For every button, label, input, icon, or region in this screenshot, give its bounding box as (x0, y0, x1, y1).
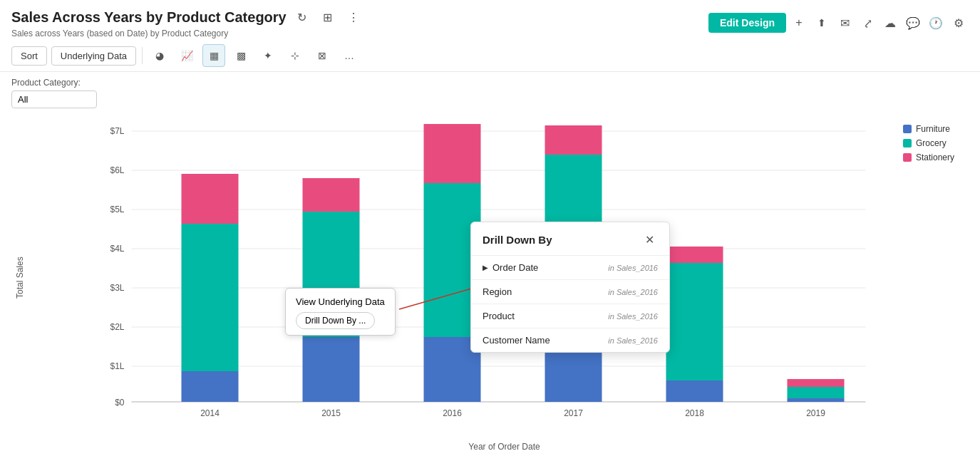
svg-text:2018: 2018 (685, 408, 704, 418)
drill-item-customer-source: in Sales_2016 (608, 336, 658, 345)
svg-text:2016: 2016 (443, 408, 462, 418)
svg-text:$0: $0 (115, 398, 125, 408)
legend-item-furniture: Furniture (903, 124, 954, 134)
comment-button[interactable]: 💬 (903, 13, 923, 33)
bar-chart-button[interactable]: ▦ (202, 44, 225, 67)
cloud-button[interactable]: ☁ (880, 13, 900, 33)
bar-icon: ▦ (210, 50, 219, 61)
pivot-button[interactable]: ⊠ (311, 44, 334, 67)
drill-panel-header: Drill Down By ✕ (471, 222, 669, 256)
svg-text:2019: 2019 (806, 408, 825, 418)
header: Sales Across Years by Product Category ↻… (0, 0, 980, 41)
sort-button[interactable]: Sort (11, 46, 47, 66)
grocery-label: Grocery (916, 138, 947, 148)
drill-item-product-source: in Sales_2016 (608, 312, 658, 321)
svg-text:$7L: $7L (110, 126, 124, 136)
map-button[interactable]: ⊹ (284, 44, 306, 67)
grouped-bar-icon: ▩ (237, 50, 246, 61)
plus-icon: + (795, 16, 802, 29)
mail-icon: ✉ (840, 16, 850, 30)
svg-rect-35 (666, 247, 723, 263)
more-icon: ⋮ (348, 11, 359, 24)
svg-rect-19 (182, 174, 239, 224)
drill-down-panel: Drill Down By ✕ ▶ Order Date in Sales_20… (470, 222, 670, 353)
export-button[interactable]: ⬆ (812, 13, 832, 33)
more-options-button[interactable]: ⋮ (344, 7, 363, 27)
drill-arrow-icon: ▶ (483, 264, 488, 271)
drill-item-product: Product (483, 311, 515, 321)
svg-rect-23 (303, 178, 360, 212)
svg-text:2017: 2017 (564, 408, 583, 418)
refresh-icon: ↻ (297, 11, 306, 24)
refresh-button[interactable]: ↻ (292, 7, 312, 27)
stationery-label: Stationery (916, 152, 954, 162)
underlying-data-button[interactable]: Underlying Data (51, 46, 136, 66)
scatter-icon: ✦ (264, 50, 272, 61)
pie-icon: ◕ (155, 50, 164, 61)
bar-2019[interactable]: 2019 (788, 379, 845, 418)
drill-panel-close-button[interactable]: ✕ (641, 231, 658, 248)
clock-icon: 🕐 (929, 16, 943, 30)
map-icon: ⊹ (291, 50, 299, 61)
drill-panel-title: Drill Down By (483, 234, 552, 246)
svg-text:$4L: $4L (110, 244, 124, 254)
product-category-select[interactable]: All Furniture Grocery Stationery (11, 90, 97, 108)
separator-1 (142, 47, 143, 64)
svg-text:2014: 2014 (200, 408, 220, 418)
pie-chart-button[interactable]: ◕ (148, 44, 171, 67)
svg-rect-34 (666, 263, 723, 380)
svg-rect-33 (666, 380, 723, 402)
grocery-color (903, 139, 912, 147)
scatter-button[interactable]: ✦ (257, 44, 279, 67)
furniture-label: Furniture (916, 124, 950, 134)
edit-design-button[interactable]: Edit Design (708, 13, 786, 33)
grouped-bar-button[interactable]: ▩ (229, 44, 252, 67)
add-button[interactable]: + (789, 13, 809, 33)
svg-text:$1L: $1L (110, 361, 124, 371)
settings-button[interactable]: ⚙ (949, 13, 969, 33)
bar-2018[interactable]: 2018 (666, 247, 723, 418)
legend: Furniture Grocery Stationery (903, 124, 954, 162)
line-icon: 📈 (181, 50, 193, 61)
drill-panel-row-order-date[interactable]: ▶ Order Date in Sales_2016 (471, 256, 669, 280)
svg-rect-27 (424, 124, 481, 183)
chart-container: Total Sales $7L $6L $5L $4L $3L (0, 111, 980, 456)
alerts-button[interactable]: 🕐 (926, 13, 946, 33)
header-right: Edit Design + ⬆ ✉ ⤤ ☁ 💬 🕐 ⚙ (708, 13, 969, 33)
share-icon: ⤤ (863, 16, 872, 30)
drill-panel-row-product[interactable]: Product in Sales_2016 (471, 304, 669, 328)
svg-rect-39 (788, 379, 845, 387)
upload-icon: ⬆ (817, 17, 826, 28)
mail-button[interactable]: ✉ (835, 13, 855, 33)
svg-rect-38 (788, 387, 845, 398)
svg-text:2015: 2015 (321, 408, 341, 418)
cloud-icon: ☁ (884, 16, 896, 30)
drill-panel-row-region[interactable]: Region in Sales_2016 (471, 280, 669, 304)
header-subtitle: Sales across Years (based on Date) by Pr… (11, 28, 363, 38)
svg-rect-18 (182, 224, 239, 371)
furniture-color (903, 125, 912, 133)
settings-icon: ⚙ (954, 16, 964, 30)
legend-item-grocery: Grocery (903, 138, 954, 148)
drill-item-customer-name: Customer Name (483, 335, 550, 346)
x-axis-label: Year of Order Date (0, 439, 980, 456)
filter-label: Product Category: (11, 78, 969, 88)
svg-rect-31 (545, 125, 602, 155)
drill-item-region-source: in Sales_2016 (608, 288, 658, 296)
y-axis-label: Total Sales (11, 117, 29, 439)
drill-item-order-date: Order Date (492, 262, 538, 273)
drill-panel-row-customer-name[interactable]: Customer Name in Sales_2016 (471, 328, 669, 352)
svg-rect-17 (182, 371, 239, 402)
drill-item-region: Region (483, 286, 512, 297)
svg-rect-37 (788, 398, 845, 402)
share-button[interactable]: ⤤ (857, 13, 877, 33)
filter-row: Product Category: All Furniture Grocery … (0, 72, 980, 111)
table-view-button[interactable]: ⊞ (318, 7, 338, 27)
drill-item-order-date-source: in Sales_2016 (608, 264, 658, 272)
bar-2014[interactable]: 2014 (182, 174, 239, 418)
line-chart-button[interactable]: 📈 (175, 44, 198, 67)
bar-2015[interactable]: 2015 (303, 178, 360, 418)
svg-text:$2L: $2L (110, 322, 124, 332)
stationery-color (903, 153, 912, 162)
more-chart-button[interactable]: … (338, 44, 361, 67)
